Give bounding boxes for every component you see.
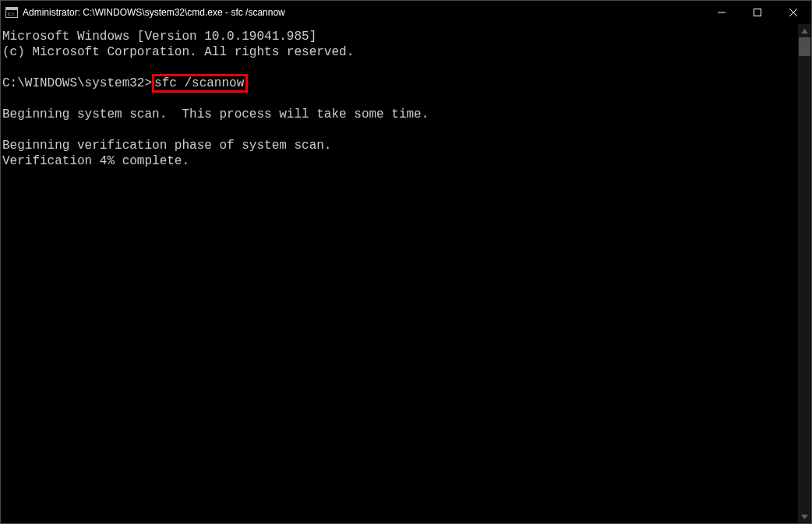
output-line: Microsoft Windows [Version 10.0.19041.98… — [2, 30, 316, 44]
minimize-button[interactable] — [704, 1, 740, 24]
scroll-up-arrow-icon[interactable] — [798, 24, 811, 37]
cmd-window: C:\ Administrator: C:\WINDOWS\system32\c… — [0, 0, 812, 524]
output-line: Beginning verification phase of system s… — [2, 139, 331, 153]
vertical-scrollbar[interactable] — [798, 24, 811, 523]
titlebar[interactable]: C:\ Administrator: C:\WINDOWS\system32\c… — [1, 1, 811, 24]
window-controls — [704, 1, 811, 24]
scroll-track[interactable] — [798, 37, 811, 510]
prompt: C:\WINDOWS\system32> — [2, 76, 152, 90]
output-line: Beginning system scan. This process will… — [2, 107, 429, 121]
scroll-thumb[interactable] — [799, 37, 810, 56]
svg-text:C:\: C:\ — [8, 11, 15, 17]
cmd-icon: C:\ — [5, 6, 18, 19]
maximize-button[interactable] — [740, 1, 775, 24]
output-line: Verification 4% complete. — [2, 154, 189, 168]
terminal-output[interactable]: Microsoft Windows [Version 10.0.19041.98… — [1, 24, 798, 523]
output-line: (c) Microsoft Corporation. All rights re… — [2, 45, 354, 59]
svg-rect-4 — [754, 9, 761, 16]
content-area: Microsoft Windows [Version 10.0.19041.98… — [1, 24, 811, 523]
window-title: Administrator: C:\WINDOWS\system32\cmd.e… — [23, 7, 285, 18]
highlighted-command: sfc /scannow — [152, 74, 248, 93]
close-button[interactable] — [775, 1, 811, 24]
scroll-down-arrow-icon[interactable] — [798, 510, 811, 523]
svg-rect-1 — [6, 8, 17, 10]
